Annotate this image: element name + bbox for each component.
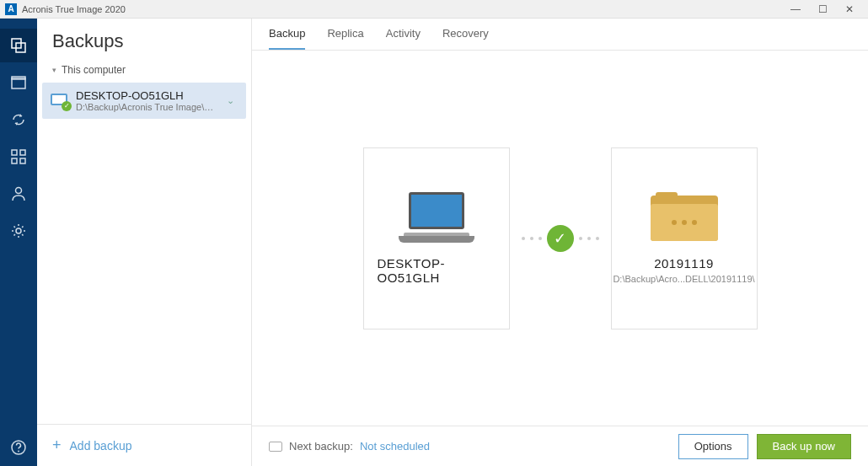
tab-backup[interactable]: Backup — [269, 19, 305, 50]
nav-backup[interactable] — [0, 29, 37, 62]
connector: ✓ — [522, 225, 599, 252]
main-panel: Backup Replica Activity Recovery DESKTOP… — [252, 19, 868, 466]
backup-item-text: DESKTOP-OO51GLH D:\Backup\Acronis True I… — [76, 89, 217, 112]
svg-rect-4 — [12, 150, 17, 155]
group-label: This computer — [62, 64, 126, 76]
chevron-down-icon: ▾ — [52, 66, 56, 74]
item-menu-button[interactable]: ⌄ — [223, 92, 238, 110]
next-backup-info: Next backup: Not scheduled — [269, 440, 430, 453]
gear-icon — [10, 222, 27, 239]
person-icon — [10, 185, 27, 202]
nav-help[interactable] — [0, 429, 37, 466]
backup-item-path: D:\Backup\Acronis True Image\Dhani DELL\… — [76, 102, 217, 112]
svg-rect-5 — [20, 150, 25, 155]
bottom-bar: Next backup: Not scheduled Options Back … — [252, 426, 868, 466]
backup-item-name: DESKTOP-OO51GLH — [76, 89, 217, 102]
nav-archive[interactable] — [0, 66, 37, 99]
window-title: Acronis True Image 2020 — [22, 4, 782, 14]
sync-icon — [10, 111, 27, 128]
destination-card[interactable]: 20191119 D:\Backup\Acro...DELL\20191119\ — [611, 147, 758, 329]
nav-sync[interactable] — [0, 103, 37, 137]
minimize-button[interactable]: — — [782, 0, 809, 19]
source-card[interactable]: DESKTOP-OO51GLH — [363, 147, 510, 329]
tab-recovery[interactable]: Recovery — [442, 19, 489, 50]
maximize-button[interactable]: ☐ — [809, 0, 836, 19]
sidebar-title: Backups — [37, 19, 251, 61]
tab-replica[interactable]: Replica — [327, 19, 363, 50]
backup-now-label: Back up now — [773, 440, 835, 453]
svg-point-11 — [18, 451, 19, 453]
sidebar-group-this-computer[interactable]: ▾ This computer — [37, 61, 251, 79]
add-backup-button[interactable]: + Add backup — [37, 424, 251, 466]
plus-icon: + — [52, 437, 62, 454]
laptop-icon — [399, 192, 474, 243]
check-icon: ✓ — [547, 225, 574, 252]
options-button[interactable]: Options — [678, 434, 748, 459]
nav-account[interactable] — [0, 177, 37, 211]
next-backup-value[interactable]: Not scheduled — [360, 440, 430, 453]
destination-path: D:\Backup\Acro...DELL\20191119\ — [613, 274, 754, 284]
backup-now-button[interactable]: Back up now — [757, 434, 851, 459]
sidebar: Backups ▾ This computer ✓ DESKTOP-OO51GL… — [37, 19, 252, 466]
options-label: Options — [694, 440, 732, 453]
svg-point-8 — [16, 188, 22, 194]
backup-icon — [10, 37, 27, 54]
window-controls: — ☐ ✕ — [782, 0, 863, 19]
svg-point-9 — [16, 228, 21, 233]
archive-icon — [10, 74, 27, 91]
app-icon: A — [5, 3, 17, 15]
grid-icon — [10, 148, 27, 165]
svg-rect-2 — [12, 78, 25, 88]
backup-list-item[interactable]: ✓ DESKTOP-OO51GLH D:\Backup\Acronis True… — [42, 83, 246, 119]
svg-rect-6 — [12, 158, 17, 163]
computer-icon: ✓ — [51, 94, 69, 109]
status-ok-icon: ✓ — [62, 101, 72, 111]
backup-canvas: DESKTOP-OO51GLH ✓ 20191119 D:\Backup\Acr… — [252, 51, 868, 426]
nav-tools[interactable] — [0, 140, 37, 174]
help-icon — [10, 439, 27, 456]
source-title: DESKTOP-OO51GLH — [378, 256, 496, 285]
titlebar: A Acronis True Image 2020 — ☐ ✕ — [0, 0, 868, 19]
svg-rect-7 — [20, 158, 25, 163]
destination-title: 20191119 — [654, 256, 714, 270]
tab-activity[interactable]: Activity — [386, 19, 421, 50]
schedule-icon — [269, 442, 282, 452]
add-backup-label: Add backup — [70, 439, 132, 453]
nav-rail — [0, 19, 37, 466]
next-backup-label: Next backup: — [289, 440, 353, 453]
close-button[interactable]: ✕ — [836, 0, 863, 19]
nav-settings[interactable] — [0, 214, 37, 248]
tabs: Backup Replica Activity Recovery — [252, 19, 868, 51]
folder-icon — [651, 192, 718, 243]
